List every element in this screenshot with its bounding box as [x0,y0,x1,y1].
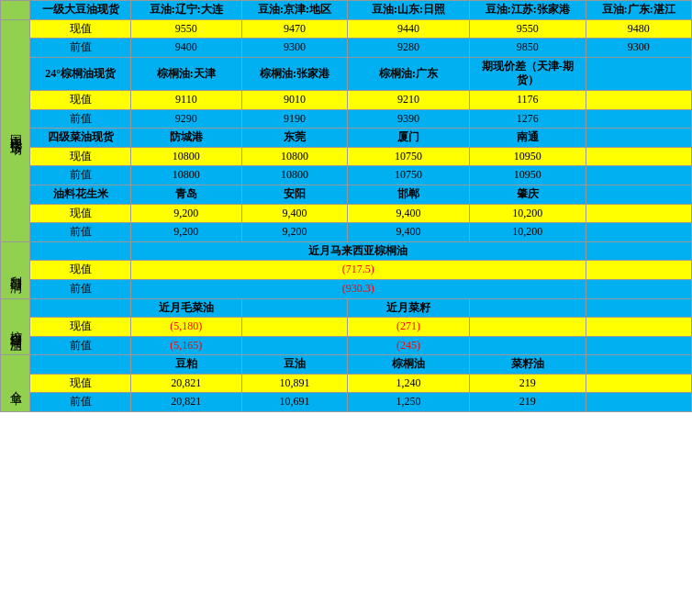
peanut-subheader-col2: 青岛 [130,185,241,204]
palm-xian-row: 现值 9110 9010 9210 1176 [1,90,692,109]
header-col3: 豆油:京津:地区 [241,1,347,20]
warehouse-qian-label: 前值 [30,393,131,412]
warehouse-xian-label: 现值 [30,374,131,393]
palm-qian-zhangjiagang: 9190 [241,109,347,129]
peanut-xian-handan: 9,400 [348,204,470,223]
warehouse-subheader-caiziyou: 菜籽油 [469,355,586,375]
peanut-subheader-col6 [586,185,691,204]
crush-qian-col6 [586,336,691,355]
peanut-qian-label: 前值 [30,223,131,242]
palm-xian-tianjin: 9110 [130,90,241,109]
warehouse-qian-row: 前值 20,821 10,691 1,250 219 [1,393,692,412]
soybean-qian-dalian: 9400 [130,39,241,58]
palm-subheader-col4: 棕桐油:广东 [348,57,470,90]
warehouse-qian-empty [586,393,691,412]
warehouse-subheader-douyou: 豆油 [241,355,347,375]
soybean-xian-jingji: 9470 [241,19,347,39]
rape-subheader-col4: 厦门 [348,129,470,148]
warehouse-qian-doumei: 20,821 [130,393,241,412]
soybean-qian-jingji: 9300 [241,39,347,58]
malaysia-qian-row: 前值 (930.3) [1,279,692,298]
rape-xian-empty [586,147,691,166]
crush-qian-col5 [469,336,586,355]
warehouse-xian-caiziyou: 219 [469,374,586,393]
main-table: 一级大豆油现货 豆油:辽宁:大连 豆油:京津:地区 豆油:山东:日照 豆油:江苏… [0,0,692,412]
header-col5: 豆油:江苏:张家港 [469,1,586,20]
rape-xian-xiamen: 10750 [348,147,470,166]
rape-qian-nantong: 10950 [469,166,586,185]
malaysia-xian-empty [586,261,691,280]
malaysia-subheader-row: 利进口润 近月马来西亚棕桐油 [1,241,692,261]
palm-subheader-row: 24°棕桐油现货 棕桐油:天津 棕桐油:张家港 棕桐油:广东 期现价差（天津-期… [1,57,692,90]
palm-subheader-col3: 棕桐油:张家港 [241,57,347,90]
peanut-subheader-col5: 肇庆 [469,185,586,204]
soybean-xian-rizhao: 9440 [348,19,470,39]
crush-subheader-col5 [469,298,586,318]
peanut-qian-zhaoqing: 10,200 [469,223,586,242]
crush-xian-col5 [469,318,586,337]
crush-subheader-col6 [586,298,691,318]
peanut-qian-anyang: 9,200 [241,223,347,242]
rape-xian-fangcheng: 10800 [130,147,241,166]
warehouse-qian-caiziyou: 219 [469,393,586,412]
header-col6: 豆油:广东:湛江 [586,1,691,20]
rape-xian-row: 现值 10800 10800 10750 10950 [1,147,692,166]
peanut-xian-qingdao: 9,200 [130,204,241,223]
palm-xian-label: 现值 [30,90,131,109]
rape-subheader-col6 [586,129,691,148]
malaysia-subheader-col2: 近月马来西亚棕桐油 [130,241,586,261]
rape-qian-fangcheng: 10800 [130,166,241,185]
rape-subheader-col3: 东莞 [241,129,347,148]
warehouse-qian-douyou: 10,691 [241,393,347,412]
rape-qian-empty [586,166,691,185]
warehouse-xian-row: 现值 20,821 10,891 1,240 219 [1,374,692,393]
section-label-import: 利进口润 [1,241,30,298]
warehouse-subheader-doumei: 豆粕 [130,355,241,375]
crush-subheader-col1 [30,298,131,318]
palm-xian-zhangjiagang: 9010 [241,90,347,109]
rape-xian-label: 现值 [30,147,131,166]
rape-subheader-col5: 南通 [469,129,586,148]
section-label-domestic: 国内现货市场 [1,19,30,241]
warehouse-xian-empty [586,374,691,393]
crush-xian-col6 [586,318,691,337]
warehouse-subheader-col6 [586,355,691,375]
warehouse-xian-zongtong: 1,240 [348,374,470,393]
soybean-xian-label: 现值 [30,19,131,39]
crush-xian-caiyou: (5,180) [130,318,241,337]
rape-subheader-col1: 四级菜油现货 [30,129,131,148]
soybean-xian-row: 国内现货市场 现值 9550 9470 9440 9550 9480 [1,19,692,39]
palm-qian-spread: 1276 [469,109,586,129]
header-col2: 豆油:辽宁:大连 [130,1,241,20]
palm-xian-spread: 1176 [469,90,586,109]
malaysia-subheader-col1 [30,241,131,261]
crush-xian-row: 现值 (5,180) (271) [1,318,692,337]
header-col4: 豆油:山东:日照 [348,1,470,20]
peanut-xian-label: 现值 [30,204,131,223]
peanut-xian-anyang: 9,400 [241,204,347,223]
crush-qian-empty [241,336,347,355]
soybean-qian-label: 前值 [30,39,131,58]
crush-qian-caiyou: (5,165) [130,336,241,355]
peanut-subheader-col1: 油料花生米 [30,185,131,204]
rape-qian-label: 前值 [30,166,131,185]
rape-qian-dongguan: 10800 [241,166,347,185]
soybean-xian-zhangjiagang: 9550 [469,19,586,39]
palm-qian-tianjin: 9290 [130,109,241,129]
malaysia-xian-label: 现值 [30,261,131,280]
peanut-xian-row: 现值 9,200 9,400 9,400 10,200 [1,204,692,223]
rape-xian-dongguan: 10800 [241,147,347,166]
crush-qian-caizi: (245) [348,336,470,355]
header-col1: 一级大豆油现货 [30,1,131,20]
peanut-subheader-row: 油料花生米 青岛 安阳 邯郸 肇庆 [1,185,692,204]
peanut-qian-qingdao: 9,200 [130,223,241,242]
peanut-xian-empty [586,204,691,223]
warehouse-xian-douyou: 10,891 [241,374,347,393]
section-label-crush: 榨进利口润压 [1,298,30,355]
malaysia-qian-label: 前值 [30,279,131,298]
crush-xian-label: 现值 [30,318,131,337]
palm-xian-empty [586,90,691,109]
soybean-qian-row: 前值 9400 9300 9280 9850 9300 [1,39,692,58]
soybean-qian-rizhao: 9280 [348,39,470,58]
warehouse-xian-doumei: 20,821 [130,374,241,393]
